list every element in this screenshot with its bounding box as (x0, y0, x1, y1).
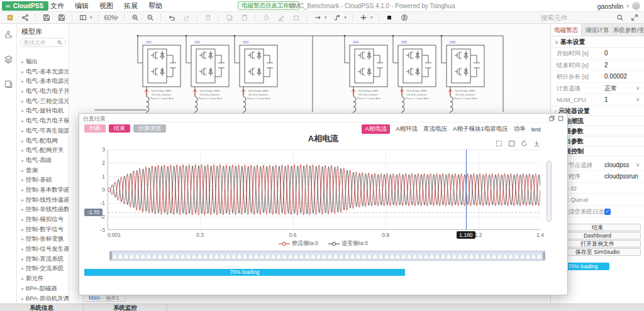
sidebar-category[interactable]: ▸BPA-原动机及调速器 (17, 293, 69, 303)
sidebar-category[interactable]: ▸控制-线性传递函数 (17, 195, 69, 205)
layers-icon[interactable] (4, 55, 13, 64)
pen-icon[interactable] (276, 13, 286, 23)
plot-tab[interactable]: test (531, 126, 541, 133)
expand-icon[interactable] (630, 13, 639, 23)
y-zoom-slider[interactable] (547, 161, 552, 222)
setting-row[interactable]: 积分步长 [s] 0.00002 (551, 71, 644, 83)
sidebar-category[interactable]: ▸控制-基础 (17, 175, 69, 185)
component-search-input[interactable] (23, 40, 57, 46)
stop-icon[interactable] (385, 13, 394, 23)
search-input[interactable] (541, 14, 610, 21)
search-icon[interactable] (615, 13, 625, 23)
undo-icon[interactable] (167, 13, 176, 23)
mmc-block[interactable]: SM2Half-Bridge MMC84 Sub-modulesPhase C … (186, 35, 229, 113)
menu-item[interactable]: 视图 (99, 1, 113, 11)
settings-tab[interactable]: 潮流计算 (582, 24, 613, 36)
result-action-button[interactable]: 列表 (84, 124, 106, 133)
share-icon[interactable] (20, 13, 30, 23)
chevron-down-icon[interactable]: ▾ (345, 15, 347, 20)
setting-value[interactable]: 1 (604, 94, 608, 106)
setting-value[interactable]: 正常 (604, 83, 617, 95)
chevron-down-icon[interactable]: ∨ (636, 160, 640, 172)
delete-icon[interactable] (203, 13, 213, 23)
section-basic-settings[interactable]: ∨基本设置 (551, 36, 644, 48)
statusbar-tab[interactable]: 系统信息 (0, 304, 84, 311)
window-restore-icon[interactable] (549, 116, 555, 121)
layout-icon[interactable] (78, 13, 87, 23)
checkbox-checked[interactable]: ✓ (604, 209, 611, 215)
add-icon[interactable] (358, 13, 368, 23)
copy-icon[interactable] (225, 13, 234, 23)
result-action-button[interactable]: 分屏浏览 (133, 124, 166, 133)
mmc-block[interactable]: SM6Half-Bridge MMC84 Sub-modulesPhase C … (441, 35, 484, 113)
setting-value[interactable]: 0.00002 (604, 71, 627, 83)
setting-row[interactable]: 结束时间 [s] 2 (551, 60, 644, 72)
window-titlebar[interactable]: 仿真结果 (79, 114, 567, 123)
sidebar-category[interactable]: ▸电气-配网开关 (17, 145, 69, 155)
zoom-out-icon[interactable] (145, 13, 155, 23)
breadcrumb-main[interactable]: Main (89, 295, 100, 301)
sidebar-category[interactable]: ▸BPA-励磁器 (17, 283, 69, 293)
menu-item[interactable]: 帮助 (148, 1, 162, 11)
sidebar-category[interactable]: ▸电气-三相交流元件 (17, 96, 69, 106)
download-icon[interactable] (533, 140, 540, 147)
chevron-down-icon[interactable]: ∨ (636, 94, 640, 106)
range-navigator[interactable] (109, 251, 545, 261)
menu-item[interactable]: 编辑 (75, 1, 89, 11)
sidebar-category[interactable]: ▸控制-非线性函数 (17, 204, 69, 214)
sidebar-category[interactable]: ▸控制-坐标变换 (17, 234, 69, 244)
plot-tab[interactable]: 功率 (514, 125, 526, 133)
sidebar-category[interactable]: ▸新元件 (17, 273, 69, 283)
library-icon[interactable] (4, 79, 13, 89)
component-search-box[interactable] (20, 38, 66, 47)
sidebar-category[interactable]: ▸控制-直流系统 (17, 254, 69, 264)
zoom-in-icon[interactable] (130, 13, 140, 23)
sidebar-category[interactable]: ▸控制-交流系统 (17, 263, 69, 273)
sidebar-category[interactable]: ▸电气-可再生能源 (17, 126, 69, 136)
menu-item[interactable]: 拓展 (124, 1, 138, 11)
setting-value[interactable]: cloudpssrun (604, 171, 638, 183)
zoom-select[interactable]: 60%▾ (104, 14, 119, 21)
result-action-button[interactable]: 结束 (109, 124, 130, 133)
setting-row[interactable]: 开始时间 [s] 0 (551, 48, 644, 60)
waveform-canvas[interactable] (108, 150, 540, 230)
menu-item[interactable]: 文件 (50, 1, 64, 11)
arrow-line-icon[interactable] (313, 13, 322, 23)
plot-tab[interactable]: 直流电压 (423, 125, 447, 133)
setting-value[interactable]: 2 (604, 60, 608, 72)
mmc-block[interactable]: SM5Half-Bridge MMC84 Sub-modulesPhase C … (392, 35, 436, 113)
waveform-plot[interactable]: 3210-1-2-3 0.0010.30.60.91.21.4 -1.70 1.… (108, 150, 540, 230)
rect-shape-icon[interactable] (291, 13, 301, 23)
legend-item-rectifier[interactable]: 整流侧Ia:0 (279, 239, 318, 248)
paste-icon[interactable] (240, 13, 249, 23)
sidebar-category[interactable]: ▸量测 (17, 165, 69, 175)
save-icon[interactable] (42, 13, 51, 23)
sidebar-category[interactable]: ▸电气-高级 (17, 155, 69, 165)
box-zoom-icon[interactable] (496, 140, 502, 147)
mmc-block[interactable]: SM3Half-Bridge MMC84 Sub-modulesPhase C … (234, 35, 277, 113)
sidebar-category[interactable]: ▸控制-信号发生器 (17, 244, 69, 254)
sidebar-category[interactable]: ▸控制-数字信号 (17, 224, 69, 234)
navigator-canvas[interactable] (109, 251, 545, 261)
user-menu[interactable]: gaoshilin ∨ (597, 0, 640, 12)
polyline-icon[interactable] (333, 13, 342, 23)
window-maximize-icon[interactable] (558, 116, 564, 121)
sidebar-category[interactable]: ▸输出 (17, 57, 69, 67)
sidebar-category[interactable]: ▸电气-基本电源元件 (17, 76, 69, 86)
avatar[interactable] (632, 2, 640, 10)
sidebar-category[interactable]: ▸电气-旋转电机 (17, 106, 69, 116)
sidebar-category[interactable]: ▸电气-配电网 (17, 136, 69, 146)
sidebar-category[interactable]: ▸控制-基本数学函数 (17, 185, 69, 195)
cloudpss-logo[interactable]: ∞CloudPSS (2, 1, 48, 11)
legend-item-inverter[interactable]: 逆变侧Ia:0 (328, 239, 368, 248)
sidebar-category[interactable]: ▸控制-模拟信号 (17, 214, 69, 224)
components-icon[interactable] (4, 30, 13, 40)
sidebar-category[interactable]: ▸电气-电力电子开关 (17, 86, 69, 96)
chevron-down-icon[interactable]: ▾ (370, 15, 373, 20)
settings-tab[interactable]: 系统参数/变量 (613, 24, 644, 36)
sidebar-category[interactable]: ▸电气-电力电子模块 (17, 116, 69, 126)
chevron-down-icon[interactable]: ▾ (90, 15, 92, 20)
save-as-icon[interactable] (57, 13, 66, 23)
redo-icon[interactable] (182, 13, 191, 23)
plot-tab[interactable]: A相子模块1电容电压 (453, 125, 508, 133)
